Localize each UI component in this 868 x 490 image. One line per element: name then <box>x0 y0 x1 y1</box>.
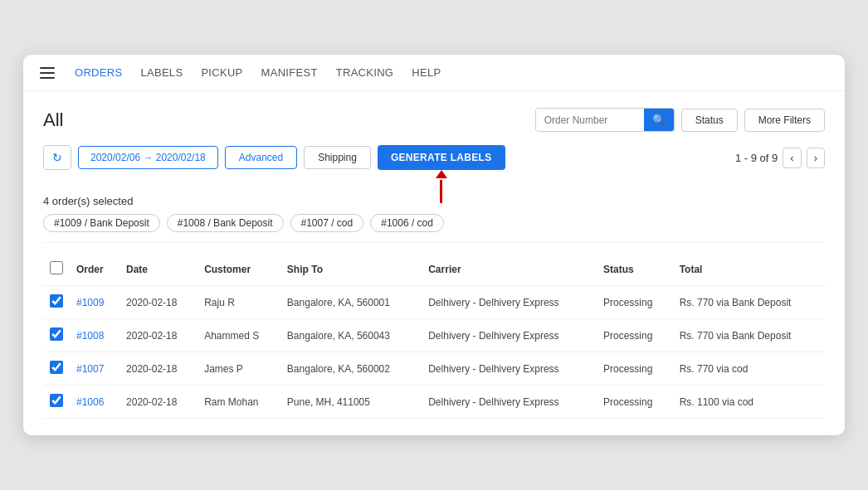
col-customer: Customer <box>197 253 280 286</box>
col-total: Total <box>673 253 825 286</box>
nav-help[interactable]: HELP <box>412 66 441 79</box>
nav-labels[interactable]: LABELS <box>140 66 183 79</box>
row-checkbox-0[interactable] <box>50 294 63 308</box>
row-carrier: Delhivery - Delhivery Express <box>422 319 597 352</box>
pagination: 1 - 9 of 9 ‹ › <box>735 148 825 168</box>
table-row: #1009 2020-02-18 Raju R Bangalore, KA, 5… <box>43 286 825 319</box>
hamburger-menu[interactable] <box>40 67 55 79</box>
row-ship-to: Bangalore, KA, 560002 <box>280 352 422 386</box>
row-carrier: Delhivery - Delhivery Express <box>422 352 597 386</box>
date-range-button[interactable]: 2020/02/06 → 2020/02/18 <box>78 146 218 169</box>
select-all-checkbox[interactable] <box>50 261 63 274</box>
row-total: Rs. 770 via cod <box>673 352 825 386</box>
row-date: 2020-02-18 <box>119 286 197 319</box>
main-window: ORDERS LABELS PICKUP MANIFEST TRACKING H… <box>23 55 845 435</box>
row-status: Processing <box>597 286 673 319</box>
row-order: #1007 <box>70 352 119 386</box>
nav-orders[interactable]: ORDERS <box>75 66 122 79</box>
row-customer: Ahammed S <box>197 319 280 352</box>
generate-labels-container: GENERATE LABELS <box>378 145 505 170</box>
row-customer: James P <box>197 352 280 386</box>
order-number-input[interactable] <box>536 109 644 131</box>
col-order: Order <box>70 253 119 286</box>
nav-links: ORDERS LABELS PICKUP MANIFEST TRACKING H… <box>75 66 441 79</box>
orders-table: Order Date Customer Ship To Carrier Stat… <box>43 253 825 419</box>
row-customer: Raju R <box>197 286 280 319</box>
selected-section: 4 order(s) selected #1009 / Bank Deposit… <box>43 195 825 243</box>
refresh-button[interactable]: ↻ <box>43 145 71 170</box>
content-area: All 🔍 Status More Filters ↻ 2020/02/06 →… <box>23 91 845 435</box>
col-date: Date <box>119 253 197 286</box>
col-ship-to: Ship To <box>280 253 422 286</box>
tag-1009: #1009 / Bank Deposit <box>43 214 160 232</box>
row-customer: Ram Mohan <box>197 386 280 419</box>
tag-1007: #1007 / cod <box>290 214 364 232</box>
top-nav: ORDERS LABELS PICKUP MANIFEST TRACKING H… <box>23 55 845 91</box>
header-checkbox-cell <box>43 253 70 286</box>
tags-row: #1009 / Bank Deposit #1008 / Bank Deposi… <box>43 214 825 232</box>
tag-1008: #1008 / Bank Deposit <box>167 214 284 232</box>
table-row: #1008 2020-02-18 Ahammed S Bangalore, KA… <box>43 319 825 352</box>
advanced-button[interactable]: Advanced <box>225 146 297 169</box>
col-carrier: Carrier <box>422 253 597 286</box>
row-total: Rs. 1100 via cod <box>673 386 825 419</box>
row-status: Processing <box>597 386 673 419</box>
row-checkbox-1[interactable] <box>50 327 63 341</box>
row-order: #1008 <box>70 319 119 352</box>
generate-labels-button[interactable]: GENERATE LABELS <box>378 145 505 170</box>
col-status: Status <box>597 253 673 286</box>
row-checkbox-cell <box>43 286 70 319</box>
row-total: Rs. 770 via Bank Deposit <box>673 319 825 352</box>
row-date: 2020-02-18 <box>119 386 197 419</box>
nav-pickup[interactable]: PICKUP <box>201 66 242 79</box>
row-date: 2020-02-18 <box>119 319 197 352</box>
selected-count: 4 order(s) selected <box>43 195 825 207</box>
row-ship-to: Bangalore, KA, 560001 <box>280 286 422 319</box>
header-row: All 🔍 Status More Filters <box>43 108 825 132</box>
row-total: Rs. 770 via Bank Deposit <box>673 286 825 319</box>
row-order: #1009 <box>70 286 119 319</box>
row-status: Processing <box>597 352 673 386</box>
page-title: All <box>43 109 63 131</box>
shipping-button[interactable]: Shipping <box>304 146 371 169</box>
more-filters-button[interactable]: More Filters <box>744 109 825 132</box>
row-carrier: Delhivery - Delhivery Express <box>422 286 597 319</box>
table-row: #1006 2020-02-18 Ram Mohan Pune, MH, 411… <box>43 386 825 419</box>
row-checkbox-cell <box>43 319 70 352</box>
row-checkbox-3[interactable] <box>50 394 63 407</box>
row-checkbox-cell <box>43 386 70 419</box>
row-checkbox-cell <box>43 352 70 386</box>
order-link-0[interactable]: #1009 <box>76 297 104 308</box>
status-button[interactable]: Status <box>681 109 738 132</box>
row-status: Processing <box>597 319 673 352</box>
pagination-text: 1 - 9 of 9 <box>735 152 778 164</box>
toolbar-row: ↻ 2020/02/06 → 2020/02/18 Advanced Shipp… <box>43 145 825 170</box>
search-box: 🔍 <box>535 108 675 132</box>
order-link-3[interactable]: #1006 <box>76 396 104 408</box>
row-ship-to: Pune, MH, 411005 <box>280 386 422 419</box>
nav-tracking[interactable]: TRACKING <box>336 66 394 79</box>
order-link-1[interactable]: #1008 <box>76 330 104 342</box>
row-ship-to: Bangalore, KA, 560043 <box>280 319 422 352</box>
next-page-button[interactable]: › <box>807 148 825 168</box>
row-order: #1006 <box>70 386 119 419</box>
table-row: #1007 2020-02-18 James P Bangalore, KA, … <box>43 352 825 386</box>
tag-1006: #1006 / cod <box>370 214 444 232</box>
annotation-arrow <box>436 170 447 203</box>
nav-manifest[interactable]: MANIFEST <box>261 66 318 79</box>
row-date: 2020-02-18 <box>119 352 197 386</box>
order-link-2[interactable]: #1007 <box>76 363 104 375</box>
row-checkbox-2[interactable] <box>50 361 63 374</box>
search-button[interactable]: 🔍 <box>644 109 674 131</box>
row-carrier: Delhivery - Delhivery Express <box>422 386 597 419</box>
filter-group: 🔍 Status More Filters <box>535 108 825 132</box>
prev-page-button[interactable]: ‹ <box>783 148 801 168</box>
